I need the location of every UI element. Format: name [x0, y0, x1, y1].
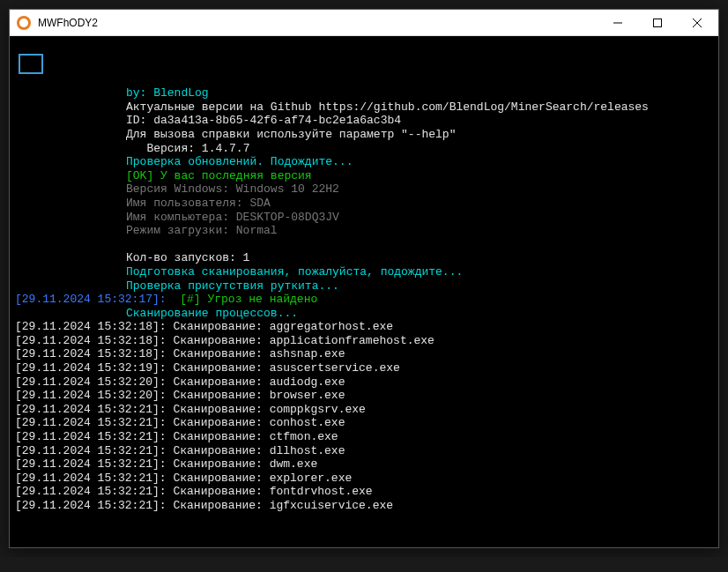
timestamp: [29.11.2024 15:32:17]: [15, 293, 180, 306]
ok-prefix: [OK] [126, 169, 160, 182]
id-line: ID: da3a413a-8b65-42f6-af74-bc2e1a6ac3b4 [15, 114, 713, 128]
scan-line: [29.11.2024 15:32:18]: Сканирование: app… [15, 334, 713, 348]
scan-label: Сканирование: [173, 375, 269, 389]
scan-timestamp: [29.11.2024 15:32:20]: [15, 375, 173, 389]
scan-process: conhost.exe [270, 416, 345, 429]
window-title: MWFhODY2 [38, 17, 598, 29]
scan-timestamp: [29.11.2024 15:32:21]: [15, 403, 173, 416]
scan-line: [29.11.2024 15:32:21]: Сканирование: exp… [15, 472, 713, 486]
scan-label: Сканирование: [173, 416, 269, 429]
scan-process: fontdrvhost.exe [270, 485, 373, 498]
rootkit-check: Проверка присутствия руткита... [15, 279, 713, 293]
scan-timestamp: [29.11.2024 15:32:21]: [15, 485, 173, 498]
scan-label: Сканирование: [173, 361, 269, 375]
scan-process: dllhost.exe [270, 444, 345, 457]
update-check: Проверка обновлений. Подождите... [15, 155, 713, 169]
scan-lines: [29.11.2024 15:32:18]: Сканирование: agg… [15, 320, 713, 512]
scan-process: explorer.exe [270, 472, 353, 485]
scan-processes: Сканирование процессов... [15, 307, 713, 321]
scan-process: dwm.exe [270, 457, 318, 471]
scan-label: Сканирование: [173, 430, 269, 443]
scan-label: Сканирование: [173, 389, 269, 402]
scan-line: [29.11.2024 15:32:21]: Сканирование: ctf… [15, 430, 713, 444]
scan-label: Сканирование: [173, 444, 269, 457]
scan-process: applicationframehost.exe [270, 334, 435, 347]
username: Имя пользователя: SDA [15, 197, 713, 211]
win-version: Версия Windows: Windows 10 22H2 [15, 182, 713, 197]
scan-timestamp: [29.11.2024 15:32:21]: [15, 444, 173, 457]
scan-line: [29.11.2024 15:32:21]: Сканирование: dwm… [15, 457, 713, 472]
author-prefix: by: [126, 86, 153, 100]
scan-label: Сканирование: [173, 334, 269, 347]
close-button[interactable] [677, 11, 717, 35]
version-value: 1.4.7.7 [202, 142, 250, 155]
ok-text: У вас последняя версия [160, 169, 312, 182]
version-label: Версия: [126, 142, 202, 155]
scan-label: Сканирование: [173, 499, 269, 512]
app-icon [17, 16, 31, 30]
minimize-button[interactable] [598, 11, 637, 35]
app-window: MWFhODY2 by: BlendLogАктуальные версии н… [9, 9, 719, 548]
svg-rect-1 [653, 19, 661, 26]
scan-line: [29.11.2024 15:32:19]: Сканирование: asu… [15, 361, 713, 375]
scan-timestamp: [29.11.2024 15:32:18]: [15, 334, 173, 347]
bootmode: Режим загрузки: Normal [15, 224, 713, 238]
scan-process: audiodg.exe [270, 375, 345, 389]
scan-line: [29.11.2024 15:32:21]: Сканирование: fon… [15, 485, 713, 499]
hostname: Имя компьютера: DESKTOP-08DQ3JV [15, 211, 713, 225]
scan-line: [29.11.2024 15:32:21]: Сканирование: com… [15, 403, 713, 417]
scan-process: ctfmon.exe [270, 430, 338, 443]
scan-process: browser.exe [270, 389, 345, 402]
scan-label: Сканирование: [173, 485, 269, 498]
scan-line: [29.11.2024 15:32:21]: Сканирование: dll… [15, 444, 713, 458]
no-threats: [#] Угроз не найдено [180, 293, 317, 306]
scan-timestamp: [29.11.2024 15:32:18]: [15, 347, 173, 360]
help-line: Для вызова справки используйте параметр … [15, 128, 713, 142]
scan-timestamp: [29.11.2024 15:32:21]: [15, 430, 173, 443]
terminal-output[interactable]: by: BlendLogАктуальные версии на Github … [10, 36, 718, 547]
maximize-button[interactable] [637, 11, 677, 35]
scan-line: [29.11.2024 15:32:21]: Сканирование: con… [15, 416, 713, 430]
scan-line: [29.11.2024 15:32:18]: Сканирование: agg… [15, 320, 713, 334]
scan-timestamp: [29.11.2024 15:32:20]: [15, 389, 173, 402]
scan-line: [29.11.2024 15:32:18]: Сканирование: ash… [15, 347, 713, 361]
scan-label: Сканирование: [173, 403, 269, 416]
scan-line: [29.11.2024 15:32:20]: Сканирование: aud… [15, 375, 713, 390]
scan-process: asuscertservice.exe [270, 361, 400, 375]
scan-timestamp: [29.11.2024 15:32:21]: [15, 499, 173, 512]
scan-process: comppkgsrv.exe [270, 403, 366, 416]
scan-timestamp: [29.11.2024 15:32:21]: [15, 472, 173, 485]
scan-label: Сканирование: [173, 320, 269, 333]
scan-label: Сканирование: [173, 472, 269, 485]
runs: Кол-во запусков: 1 [15, 251, 713, 265]
scan-line: [29.11.2024 15:32:21]: Сканирование: igf… [15, 499, 713, 513]
scan-label: Сканирование: [173, 457, 269, 471]
scan-timestamp: [29.11.2024 15:32:19]: [15, 361, 173, 375]
scan-process: igfxcuiservice.exe [270, 499, 393, 512]
releases-line: Актуальные версии на Github https://gith… [15, 100, 713, 115]
scan-line: [29.11.2024 15:32:20]: Сканирование: bro… [15, 389, 713, 403]
titlebar[interactable]: MWFhODY2 [10, 10, 718, 36]
author-name: BlendLog [153, 86, 208, 100]
prepare-scan: Подготовка сканирования, пожалуйста, под… [15, 265, 713, 279]
scan-process: ashsnap.exe [270, 347, 345, 360]
scan-timestamp: [29.11.2024 15:32:21]: [15, 416, 173, 429]
scan-label: Сканирование: [173, 347, 269, 360]
logo-box [19, 54, 43, 75]
scan-timestamp: [29.11.2024 15:32:18]: [15, 320, 173, 333]
scan-timestamp: [29.11.2024 15:32:21]: [15, 457, 173, 471]
scan-process: aggregatorhost.exe [270, 320, 393, 333]
